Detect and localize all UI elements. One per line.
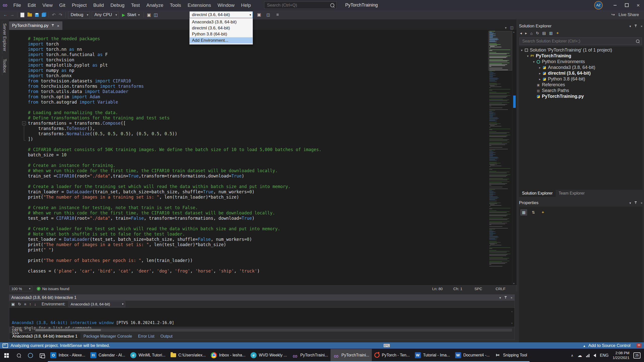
property-pages-icon[interactable]	[540, 209, 546, 215]
pin-icon[interactable]	[634, 201, 637, 204]
python-environment-dropdown[interactable]: directml (3.6, 64-bit)	[189, 11, 253, 18]
minimize-button[interactable]	[609, 0, 621, 10]
history-previous-icon[interactable]	[29, 302, 31, 306]
menu-view[interactable]: View	[39, 0, 56, 10]
editor-scrollbar[interactable]	[512, 30, 517, 285]
taskbar-item-inbox-lesha[interactable]: Inbox - lesha...	[208, 349, 248, 362]
menu-analyze[interactable]: Analyze	[143, 0, 167, 10]
taskbar-item-tutorial-ima[interactable]: Tutorial - Ima...	[412, 349, 453, 362]
close-icon[interactable]	[640, 24, 642, 28]
menu-edit[interactable]: Edit	[24, 0, 39, 10]
network-icon[interactable]	[586, 354, 589, 357]
taskbar-item-document4[interactable]: Document4 -...	[453, 349, 492, 362]
solution-explorer-search-input[interactable]	[522, 39, 636, 44]
tab-team-explorer[interactable]: Team Explorer	[556, 190, 588, 197]
solution-configuration-dropdown[interactable]: Debug	[68, 11, 90, 19]
repl-scrollbar[interactable]	[510, 309, 514, 326]
tree-item-references[interactable]: References	[519, 82, 642, 88]
menu-test[interactable]: Test	[128, 0, 143, 10]
taskbar-search-button[interactable]	[13, 353, 25, 357]
menu-help[interactable]: Help	[238, 0, 254, 10]
taskbar-item-pytorchtraini[interactable]: PyTorchTraini...	[331, 349, 372, 362]
volume-icon[interactable]	[593, 354, 596, 357]
env-option-anaconda3-3-8-64-bit[interactable]: Anaconda3 (3.8, 64-bit)	[190, 19, 253, 25]
action-center-button[interactable]: 25	[633, 352, 640, 358]
collapsed-icon[interactable]: ▸	[538, 77, 542, 81]
menu-file[interactable]: File	[10, 0, 24, 10]
tree-item-directml-3-6-64-bit[interactable]: ▸directml (3.6, 64-bit)	[519, 70, 642, 76]
taskbar-item-inbox-alexe[interactable]: Inbox - Alexe...	[48, 349, 88, 362]
collapsed-icon[interactable]: ▸	[538, 72, 542, 75]
show-hidden-icons-icon[interactable]	[571, 353, 573, 357]
properties-wrench-icon[interactable]	[556, 31, 559, 35]
tree-item-python-3-8-64-bit[interactable]: ▸Python 3.8 (64-bit)	[519, 76, 642, 82]
tab-solution-explorer[interactable]: Solution Explorer	[519, 190, 556, 197]
taskbar-item-c-users-alex[interactable]: C:\Users\alex...	[168, 349, 208, 362]
collapsed-icon[interactable]: ▸	[538, 66, 542, 69]
account-avatar[interactable]: AZ	[594, 1, 603, 10]
code-editor[interactable]: # Import the needed packagesimport torch…	[9, 30, 488, 285]
taskbar-item-winml-tutori[interactable]: WinML Tutori...	[128, 349, 168, 362]
pin-icon[interactable]	[504, 296, 507, 299]
tree-item-solution-pytorchtraining-1-of-1-project[interactable]: ▾Solution 'PyTorchTraining' (1 of 1 proj…	[519, 47, 642, 53]
scroll-up-icon[interactable]	[513, 30, 514, 33]
close-tab-icon[interactable]	[57, 24, 59, 28]
clear-screen-icon[interactable]	[24, 302, 26, 306]
fold-toggle-icon[interactable]: -	[22, 121, 26, 125]
show-all-files-icon[interactable]	[542, 31, 546, 35]
menu-git[interactable]: Git	[56, 0, 68, 10]
repl-horizontal-scrollbar[interactable]	[35, 329, 512, 332]
refresh-icon[interactable]	[536, 31, 539, 35]
tree-item-python-environments[interactable]: ▾Python Environments	[519, 59, 642, 65]
repl-output[interactable]: Anaconda3 (3.8, 64-bit) interactive wind…	[9, 308, 514, 327]
environment-settings-icon[interactable]	[265, 12, 272, 17]
minimap-viewport[interactable]	[488, 31, 512, 71]
list-icon[interactable]	[274, 12, 281, 17]
home-icon[interactable]	[530, 31, 533, 35]
back-icon[interactable]	[520, 31, 522, 35]
scroll-down-icon[interactable]	[511, 321, 513, 326]
tree-item-search-paths[interactable]: Search Paths	[519, 88, 642, 94]
editor-zoom-dropdown[interactable]: 100 %	[10, 286, 32, 291]
save-all-icon[interactable]	[42, 13, 46, 17]
categorized-icon[interactable]	[520, 209, 527, 215]
solution-platform-dropdown[interactable]: Any CPU	[92, 11, 118, 19]
undo-icon[interactable]	[50, 12, 57, 18]
add-to-source-control-button[interactable]: Add to Source Control	[588, 343, 630, 348]
solution-explorer-search-box[interactable]	[519, 37, 642, 45]
quick-search-input[interactable]	[266, 3, 330, 8]
menu-extensions[interactable]: Extensions	[184, 0, 214, 10]
taskbar-item-calendar-al[interactable]: Calendar - Al...	[88, 349, 128, 362]
scroll-down-icon[interactable]	[513, 282, 514, 285]
minimap[interactable]	[488, 30, 512, 285]
split-window-icon[interactable]	[510, 25, 514, 30]
menu-tools[interactable]: Tools	[167, 0, 184, 10]
live-share-button[interactable]: Live Share	[610, 11, 639, 18]
new-file-icon[interactable]	[20, 13, 24, 17]
chevron-down-icon[interactable]	[629, 201, 631, 205]
history-next-icon[interactable]	[34, 302, 36, 306]
alphabetical-icon[interactable]	[530, 209, 537, 215]
chevron-down-icon[interactable]	[629, 24, 631, 28]
menu-build[interactable]: Build	[90, 0, 107, 10]
forward-icon[interactable]	[525, 31, 527, 35]
pin-icon[interactable]	[634, 25, 637, 28]
navigate-back-icon[interactable]	[2, 12, 9, 17]
env-option-python-3-8-64-bit[interactable]: Python 3.8 (64-bit)	[190, 31, 253, 37]
save-icon[interactable]	[35, 13, 39, 17]
task-view-button[interactable]	[36, 353, 48, 358]
navigate-forward-icon[interactable]	[9, 12, 16, 17]
taskbar-item-pytorch-ten[interactable]: PyTorch - Ten...	[372, 349, 412, 362]
clock[interactable]: 2:08 PM 1/22/2021	[613, 351, 629, 360]
reset-repl-icon[interactable]	[18, 302, 21, 306]
menu-project[interactable]: Project	[69, 0, 90, 10]
onedrive-icon[interactable]	[578, 353, 582, 358]
side-tab-toolbox[interactable]: Toolbox	[2, 56, 7, 75]
side-tab-server-explorer[interactable]: Server Explorer	[2, 21, 7, 54]
tree-item-pytorchtraining-py[interactable]: PyTorchTraining.py	[519, 94, 642, 99]
attach-icon[interactable]	[145, 12, 152, 18]
breakpoints-icon[interactable]	[152, 12, 159, 18]
interactive-environment-dropdown[interactable]: Anaconda3 (3.8, 64-bit)	[68, 301, 125, 307]
env-option-add-environment[interactable]: Add Environment...	[190, 37, 253, 43]
lock-icon[interactable]	[636, 343, 641, 348]
